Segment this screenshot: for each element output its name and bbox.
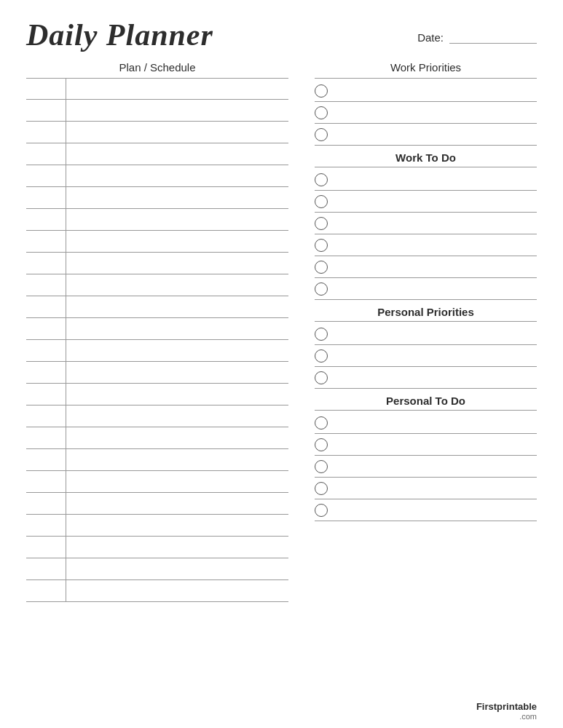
personal-todo-divider <box>315 410 537 411</box>
checkbox-line <box>332 434 537 455</box>
personal-todo-item <box>315 499 537 521</box>
schedule-row <box>26 427 288 449</box>
schedule-line <box>66 427 288 448</box>
checkbox-line <box>332 256 537 277</box>
checkbox-circle[interactable] <box>315 239 328 252</box>
work-todo-item <box>315 213 537 234</box>
checkbox-circle[interactable] <box>315 482 328 495</box>
schedule-row <box>26 405 288 427</box>
right-column: Work Priorities Work To Do Personal Prio… <box>303 61 537 702</box>
personal-priority-item <box>315 367 537 389</box>
schedule-line <box>66 362 288 383</box>
checkbox-circle[interactable] <box>315 106 328 119</box>
page-title: Daily Planner <box>26 17 213 52</box>
schedule-row <box>26 580 288 602</box>
date-label: Date: <box>417 31 444 44</box>
time-cell <box>26 427 66 448</box>
checkbox-circle[interactable] <box>315 438 328 451</box>
work-todo-heading: Work To Do <box>315 151 537 164</box>
schedule-row <box>26 384 288 405</box>
time-cell <box>26 515 66 536</box>
checkbox-circle[interactable] <box>315 128 328 141</box>
checkbox-circle[interactable] <box>315 328 328 341</box>
checkbox-line <box>332 367 537 388</box>
schedule-line <box>66 122 288 143</box>
time-cell <box>26 405 66 427</box>
schedule-line <box>66 318 288 339</box>
schedule-line <box>66 537 288 558</box>
schedule-row <box>26 165 288 187</box>
schedule-line <box>66 296 288 317</box>
brand-domain: .com <box>476 712 537 721</box>
schedule-line <box>66 187 288 208</box>
work-todo-item <box>315 169 537 191</box>
time-cell <box>26 580 66 601</box>
time-cell <box>26 296 66 317</box>
schedule-row <box>26 78 288 100</box>
checkbox-circle[interactable] <box>315 84 328 98</box>
checkbox-line <box>332 499 537 521</box>
checkbox-circle[interactable] <box>315 349 328 363</box>
time-cell <box>26 231 66 252</box>
checkbox-line <box>332 323 537 344</box>
schedule-line <box>66 100 288 121</box>
footer: Firstprintable .com <box>476 701 537 721</box>
schedule-row <box>26 296 288 318</box>
personal-todo-item <box>315 456 537 478</box>
checkbox-line <box>332 345 537 366</box>
schedule-row <box>26 122 288 143</box>
checkbox-line <box>332 278 537 299</box>
schedule-row <box>26 558 288 580</box>
time-cell <box>26 79 66 99</box>
checkbox-line <box>332 102 537 123</box>
checkbox-line <box>332 456 537 477</box>
checkbox-circle[interactable] <box>315 460 328 473</box>
checkbox-line <box>332 234 537 256</box>
schedule-line <box>66 209 288 230</box>
schedule-row <box>26 340 288 362</box>
schedule-row <box>26 362 288 384</box>
schedule-row <box>26 515 288 537</box>
schedule-row <box>26 209 288 231</box>
checkbox-circle[interactable] <box>315 217 328 230</box>
checkbox-line <box>332 169 537 190</box>
work-priorities-heading: Work Priorities <box>315 61 537 74</box>
schedule-row <box>26 471 288 493</box>
schedule-line <box>66 558 288 579</box>
schedule-line <box>66 449 288 470</box>
personal-priority-item <box>315 345 537 367</box>
time-cell <box>26 318 66 339</box>
schedule-line <box>66 79 288 99</box>
work-priority-item <box>315 80 537 102</box>
checkbox-circle[interactable] <box>315 371 328 384</box>
header: Daily Planner Date: <box>26 17 537 52</box>
checkbox-line <box>332 478 537 499</box>
checkbox-circle[interactable] <box>315 416 328 430</box>
work-todo-item <box>315 278 537 300</box>
schedule-row <box>26 143 288 165</box>
time-cell <box>26 449 66 470</box>
work-priorities-divider <box>315 78 537 79</box>
time-cell <box>26 100 66 121</box>
checkbox-circle[interactable] <box>315 173 328 186</box>
schedule-line <box>66 253 288 274</box>
checkbox-line <box>332 213 537 234</box>
work-todo-item <box>315 256 537 278</box>
checkbox-circle[interactable] <box>315 504 328 517</box>
schedule-line <box>66 580 288 601</box>
schedule-line <box>66 493 288 514</box>
checkbox-line <box>332 412 537 433</box>
main-content: Plan / Schedule <box>26 61 537 702</box>
schedule-line <box>66 143 288 165</box>
schedule-row <box>26 253 288 274</box>
checkbox-circle[interactable] <box>315 261 328 274</box>
checkbox-circle[interactable] <box>315 195 328 208</box>
time-cell <box>26 165 66 186</box>
time-cell <box>26 274 66 296</box>
checkbox-circle[interactable] <box>315 282 328 296</box>
date-field[interactable] <box>449 31 537 44</box>
schedule-row <box>26 537 288 558</box>
schedule-heading: Plan / Schedule <box>26 61 288 74</box>
schedule-line <box>66 405 288 427</box>
time-cell <box>26 537 66 558</box>
